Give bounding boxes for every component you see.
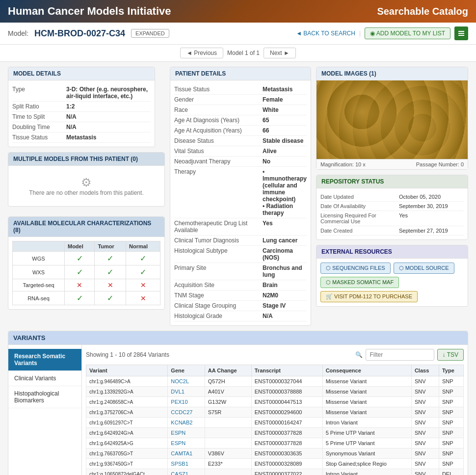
visit-pdm-button[interactable]: 🛒 VISIT PDM-112 TO PURCHASE [320, 291, 418, 302]
transcript-cell: ENST00000294600 [251, 407, 322, 418]
variant-cell: chr1:g.3752706C>A [86, 407, 168, 418]
image-caption: Magnification: 10 x Passage Number: 0 [317, 159, 468, 169]
gene-cell[interactable]: DVL1 [168, 387, 205, 397]
licensing-value: Yes [399, 212, 408, 224]
tab-histopathological[interactable]: Histopathological Biomarkers [8, 386, 81, 408]
tab-research-somatic[interactable]: Research Somatic Variants [8, 349, 81, 371]
gene-cell[interactable]: ESPN [168, 428, 205, 438]
no-models-text: There are no other models from this pati… [18, 189, 155, 196]
mol-wgs-label: WGS [13, 252, 65, 265]
ext-row-2: ⬡ MASKED SOMATIC MAF [320, 277, 464, 288]
gene-cell[interactable]: SPSB1 [168, 459, 205, 469]
page-info: Model 1 of 1 [227, 50, 260, 56]
mol-rna-tumor: ✓ [95, 291, 126, 305]
model-images-header: MODEL IMAGES (1) [317, 67, 468, 80]
masked-somatic-maf-button[interactable]: ⬡ MASKED SOMATIC MAF [320, 277, 399, 288]
date-created-value: September 27, 2019 [399, 228, 448, 234]
add-to-list-button[interactable]: ◉ ADD MODEL TO MY LIST [365, 27, 450, 39]
transcript-cell: ENST00000328089 [251, 459, 322, 469]
transcript-cell: ENST00000303635 [251, 449, 322, 459]
variants-layout: Research Somatic Variants Clinical Varia… [8, 345, 468, 475]
variant-cell: chr1:g.9367450G>T [86, 459, 168, 469]
type-cell: SNP [439, 459, 463, 469]
patient-header: PATIENT DETAILS [170, 67, 311, 80]
ext-row-3: 🛒 VISIT PDM-112 TO PURCHASE [320, 291, 464, 302]
detail-row-tissue: Tissue Status Metastasis [12, 132, 151, 143]
sequencing-files-button[interactable]: ⬡ SEQUENCING FILES [320, 263, 391, 274]
variants-data-table: Variant Gene AA Change Transcript Conseq… [86, 365, 464, 475]
consequence-cell: 5 Prime UTP Variant [322, 438, 411, 449]
repo-status-card: REPOSITORY STATUS Date Updated October 0… [316, 175, 468, 240]
consequence-cell: Missense Variant [322, 407, 411, 418]
model-id: HCM-BROD-0027-C34 [34, 28, 125, 39]
patient-row-race: Race White [174, 105, 307, 115]
consequence-cell: Synonymous Variant [322, 449, 411, 459]
class-cell: SNV [411, 438, 439, 449]
table-row: chr1:g.9367450G>T SPSB1 E233* ENST000003… [86, 459, 464, 469]
top-row: MODEL DETAILS Type 3-D: Other (e.g. neur… [8, 67, 468, 326]
molecular-header: AVAILABLE MOLECULAR CHARACTERIZATIONS (8… [8, 217, 164, 237]
type-cell: SNP [439, 418, 463, 428]
consequence-cell: Stop Gained;splice Regio [322, 459, 411, 469]
sub-header: Model: HCM-BROD-0027-C34 EXPANDED ◄ BACK… [0, 23, 476, 45]
prev-button[interactable]: ◄ Previous [180, 48, 223, 58]
detail-row-split-ratio: Split Ratio 1:2 [12, 102, 151, 112]
tab-clinical-variants[interactable]: Clinical Variants [8, 371, 81, 386]
gene-cell[interactable]: CCDC27 [168, 407, 205, 418]
mol-col-type [13, 241, 65, 252]
gene-cell[interactable]: PEX10 [168, 397, 205, 407]
tsv-button[interactable]: ↓ TSV [437, 349, 464, 361]
filter-input[interactable] [366, 349, 434, 361]
patient-row-primary-site: Primary Site Bronchus and lung [174, 263, 307, 280]
mol-col-normal: Normal [126, 241, 160, 252]
mol-rna-normal: ✕ [126, 291, 160, 305]
ext-body: ⬡ SEQUENCING FILES ⬡ MODEL SOURCE ⬡ MASK… [317, 259, 468, 306]
table-row: WGS ✓ ✓ ✓ [13, 252, 160, 265]
consequence-cell: 5 Prime UTP Variant [322, 428, 411, 438]
variants-sidebar: Research Somatic Variants Clinical Varia… [8, 345, 82, 475]
consequence-cell: Intron Variant [322, 469, 411, 475]
table-row: chr1:g.946489C>A NOC2L Q572H ENST0000032… [86, 376, 464, 387]
class-cell: SNV [411, 449, 439, 459]
patient-body: Tissue Status Metastasis Gender Female R… [170, 80, 311, 325]
tissue-label: Tissue Status [12, 134, 66, 141]
mol-wxs-model: ✓ [64, 265, 94, 279]
transcript-cell: ENST00000377022 [251, 469, 322, 475]
back-to-search-button[interactable]: ◄ BACK TO SEARCH [296, 30, 355, 37]
time-split-label: Time to Split [12, 113, 66, 120]
mol-wxs-normal: ✓ [126, 265, 160, 279]
table-row: chr1:g.6424924G>A ESPN ENST00000377828 5… [86, 428, 464, 438]
variant-cell: chr1:g.1339292G>A [86, 387, 168, 397]
variants-table-area: Showing 1 - 10 of 2864 Variants 🔍 ↓ TSV … [82, 345, 468, 475]
model-source-button[interactable]: ⬡ MODEL SOURCE [394, 263, 454, 274]
search-icon: 🔍 [355, 351, 363, 358]
ext-row-1: ⬡ SEQUENCING FILES ⬡ MODEL SOURCE [320, 263, 464, 274]
col-type: Type [439, 365, 463, 376]
detail-row-type: Type 3-D: Other (e.g. neurosphere, air-l… [12, 84, 151, 102]
model-label: Model: [8, 29, 28, 37]
detail-row-doubling: Doubling Time N/A [12, 122, 151, 132]
class-cell: SNV [411, 387, 439, 397]
gene-cell[interactable]: KCNAB2 [168, 418, 205, 428]
table-row: chr1:g.7663705G>T CAMTA1 V386V ENST00000… [86, 449, 464, 459]
split-ratio-value: 1:2 [66, 103, 75, 110]
class-cell: SNV [411, 397, 439, 407]
external-resources-card: EXTERNAL RESOURCES ⬡ SEQUENCING FILES ⬡ … [316, 245, 468, 307]
next-button[interactable]: Next ► [264, 48, 296, 58]
passage-label: Passage Number: 0 [416, 161, 464, 167]
gene-cell[interactable]: NOC2L [168, 376, 205, 387]
repo-status-header: REPOSITORY STATUS [317, 175, 468, 188]
gene-cell[interactable]: CASZ1 [168, 469, 205, 475]
col-transcript: Transcript [251, 365, 322, 376]
gene-cell[interactable]: CAMTA1 [168, 449, 205, 459]
aa-change-cell [205, 418, 251, 428]
gene-cell[interactable]: ESPN [168, 438, 205, 449]
repo-row-created: Date Created September 27, 2019 [320, 226, 464, 236]
aa-change-cell: E233* [205, 459, 251, 469]
header-actions: ◄ BACK TO SEARCH | ◉ ADD MODEL TO MY LIS… [296, 26, 468, 40]
repo-row-availability: Date Of Availability September 30, 2019 [320, 202, 464, 211]
type-cell: DEL [439, 469, 463, 475]
cell-image [317, 80, 468, 159]
mol-wgs-normal: ✓ [126, 252, 160, 265]
aa-change-cell [205, 428, 251, 438]
